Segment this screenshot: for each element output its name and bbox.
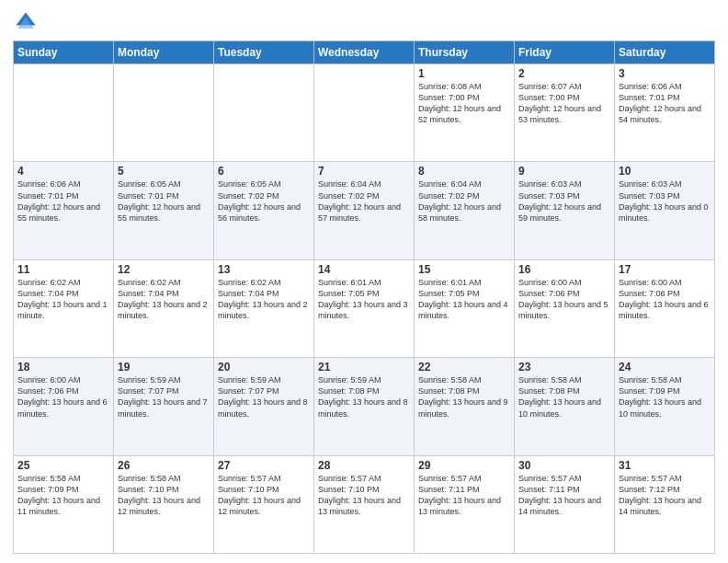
day-cell: 9Sunrise: 6:03 AMSunset: 7:03 PMDaylight… <box>515 162 615 259</box>
day-cell: 31Sunrise: 5:57 AMSunset: 7:12 PMDayligh… <box>615 455 715 553</box>
day-number: 9 <box>518 165 610 178</box>
week-row-3: 11Sunrise: 6:02 AMSunset: 7:04 PMDayligh… <box>14 259 715 357</box>
day-info: Sunrise: 6:03 AMSunset: 7:03 PMDaylight:… <box>619 178 711 224</box>
day-info: Sunrise: 6:01 AMSunset: 7:05 PMDaylight:… <box>318 277 410 322</box>
day-info: Sunrise: 6:00 AMSunset: 7:06 PMDaylight:… <box>17 374 109 419</box>
day-cell: 3Sunrise: 6:06 AMSunset: 7:01 PMDaylight… <box>615 64 715 162</box>
logo-icon <box>13 9 39 35</box>
day-cell: 17Sunrise: 6:00 AMSunset: 7:06 PMDayligh… <box>615 259 715 357</box>
col-header-tuesday: Tuesday <box>214 41 314 64</box>
col-header-monday: Monday <box>114 41 214 64</box>
week-row-5: 25Sunrise: 5:58 AMSunset: 7:09 PMDayligh… <box>14 455 715 553</box>
day-number: 19 <box>118 361 210 373</box>
day-info: Sunrise: 6:05 AMSunset: 7:02 PMDaylight:… <box>218 178 310 224</box>
day-cell: 21Sunrise: 5:59 AMSunset: 7:08 PMDayligh… <box>314 358 415 455</box>
day-cell: 5Sunrise: 6:05 AMSunset: 7:01 PMDaylight… <box>114 162 214 259</box>
day-cell: 11Sunrise: 6:02 AMSunset: 7:04 PMDayligh… <box>14 259 114 357</box>
day-info: Sunrise: 5:59 AMSunset: 7:07 PMDaylight:… <box>218 374 310 419</box>
page: SundayMondayTuesdayWednesdayThursdayFrid… <box>0 0 728 563</box>
day-number: 18 <box>17 361 109 373</box>
day-number: 26 <box>118 459 210 472</box>
header <box>13 9 715 35</box>
day-number: 10 <box>619 165 711 178</box>
day-info: Sunrise: 6:04 AMSunset: 7:02 PMDaylight:… <box>418 178 510 224</box>
day-info: Sunrise: 6:06 AMSunset: 7:01 PMDaylight:… <box>619 81 711 126</box>
day-number: 13 <box>218 263 310 276</box>
day-number: 28 <box>318 459 410 472</box>
week-row-4: 18Sunrise: 6:00 AMSunset: 7:06 PMDayligh… <box>14 358 715 455</box>
day-info: Sunrise: 6:00 AMSunset: 7:06 PMDaylight:… <box>518 277 610 322</box>
day-number: 15 <box>418 263 510 276</box>
day-number: 14 <box>318 263 410 276</box>
day-number: 4 <box>17 165 109 178</box>
day-info: Sunrise: 5:57 AMSunset: 7:11 PMDaylight:… <box>418 473 510 518</box>
day-cell: 29Sunrise: 5:57 AMSunset: 7:11 PMDayligh… <box>415 455 515 553</box>
day-number: 25 <box>17 459 109 472</box>
day-number: 20 <box>218 361 310 373</box>
day-number: 17 <box>619 263 711 276</box>
day-cell <box>14 64 114 162</box>
day-cell: 8Sunrise: 6:04 AMSunset: 7:02 PMDaylight… <box>415 162 515 259</box>
day-cell: 22Sunrise: 5:58 AMSunset: 7:08 PMDayligh… <box>415 358 515 455</box>
day-info: Sunrise: 5:57 AMSunset: 7:11 PMDaylight:… <box>518 473 610 518</box>
day-number: 7 <box>318 165 410 178</box>
day-cell: 2Sunrise: 6:07 AMSunset: 7:00 PMDaylight… <box>515 64 615 162</box>
day-cell: 28Sunrise: 5:57 AMSunset: 7:10 PMDayligh… <box>314 455 415 553</box>
day-cell: 24Sunrise: 5:58 AMSunset: 7:09 PMDayligh… <box>615 358 715 455</box>
day-cell: 6Sunrise: 6:05 AMSunset: 7:02 PMDaylight… <box>214 162 314 259</box>
day-cell: 25Sunrise: 5:58 AMSunset: 7:09 PMDayligh… <box>14 455 114 553</box>
day-number: 5 <box>118 165 210 178</box>
calendar-table: SundayMondayTuesdayWednesdayThursdayFrid… <box>13 40 715 554</box>
day-info: Sunrise: 5:58 AMSunset: 7:10 PMDaylight:… <box>118 473 210 518</box>
day-info: Sunrise: 5:59 AMSunset: 7:08 PMDaylight:… <box>318 374 410 419</box>
day-cell: 23Sunrise: 5:58 AMSunset: 7:08 PMDayligh… <box>515 358 615 455</box>
col-header-thursday: Thursday <box>415 41 515 64</box>
day-cell: 20Sunrise: 5:59 AMSunset: 7:07 PMDayligh… <box>214 358 314 455</box>
day-cell: 16Sunrise: 6:00 AMSunset: 7:06 PMDayligh… <box>515 259 615 357</box>
day-info: Sunrise: 6:03 AMSunset: 7:03 PMDaylight:… <box>518 178 610 224</box>
day-cell: 15Sunrise: 6:01 AMSunset: 7:05 PMDayligh… <box>415 259 515 357</box>
day-cell: 19Sunrise: 5:59 AMSunset: 7:07 PMDayligh… <box>114 358 214 455</box>
col-header-friday: Friday <box>515 41 615 64</box>
day-cell: 26Sunrise: 5:58 AMSunset: 7:10 PMDayligh… <box>114 455 214 553</box>
col-header-saturday: Saturday <box>615 41 715 64</box>
day-cell: 7Sunrise: 6:04 AMSunset: 7:02 PMDaylight… <box>314 162 415 259</box>
day-number: 29 <box>418 459 510 472</box>
day-info: Sunrise: 6:00 AMSunset: 7:06 PMDaylight:… <box>619 277 711 322</box>
day-info: Sunrise: 5:58 AMSunset: 7:08 PMDaylight:… <box>418 374 510 419</box>
day-number: 21 <box>318 361 410 373</box>
day-number: 1 <box>418 67 510 80</box>
day-info: Sunrise: 6:02 AMSunset: 7:04 PMDaylight:… <box>218 277 310 322</box>
day-cell: 27Sunrise: 5:57 AMSunset: 7:10 PMDayligh… <box>214 455 314 553</box>
day-cell: 1Sunrise: 6:08 AMSunset: 7:00 PMDaylight… <box>415 64 515 162</box>
day-number: 31 <box>619 459 711 472</box>
day-cell: 30Sunrise: 5:57 AMSunset: 7:11 PMDayligh… <box>515 455 615 553</box>
day-cell: 10Sunrise: 6:03 AMSunset: 7:03 PMDayligh… <box>615 162 715 259</box>
day-cell: 14Sunrise: 6:01 AMSunset: 7:05 PMDayligh… <box>314 259 415 357</box>
day-info: Sunrise: 5:57 AMSunset: 7:10 PMDaylight:… <box>218 473 310 518</box>
day-cell <box>214 64 314 162</box>
day-info: Sunrise: 6:02 AMSunset: 7:04 PMDaylight:… <box>118 277 210 322</box>
day-info: Sunrise: 6:04 AMSunset: 7:02 PMDaylight:… <box>318 178 410 224</box>
week-row-2: 4Sunrise: 6:06 AMSunset: 7:01 PMDaylight… <box>14 162 715 259</box>
day-number: 3 <box>619 67 711 80</box>
day-cell: 4Sunrise: 6:06 AMSunset: 7:01 PMDaylight… <box>14 162 114 259</box>
day-cell: 18Sunrise: 6:00 AMSunset: 7:06 PMDayligh… <box>14 358 114 455</box>
day-number: 6 <box>218 165 310 178</box>
day-info: Sunrise: 5:57 AMSunset: 7:12 PMDaylight:… <box>619 473 711 518</box>
day-cell: 13Sunrise: 6:02 AMSunset: 7:04 PMDayligh… <box>214 259 314 357</box>
day-info: Sunrise: 5:58 AMSunset: 7:08 PMDaylight:… <box>518 374 610 419</box>
header-row: SundayMondayTuesdayWednesdayThursdayFrid… <box>14 41 715 64</box>
day-info: Sunrise: 5:58 AMSunset: 7:09 PMDaylight:… <box>619 374 711 419</box>
day-info: Sunrise: 5:57 AMSunset: 7:10 PMDaylight:… <box>318 473 410 518</box>
day-number: 24 <box>619 361 711 373</box>
day-info: Sunrise: 6:07 AMSunset: 7:00 PMDaylight:… <box>518 81 610 126</box>
day-info: Sunrise: 6:02 AMSunset: 7:04 PMDaylight:… <box>17 277 109 322</box>
day-number: 11 <box>17 263 109 276</box>
day-info: Sunrise: 6:06 AMSunset: 7:01 PMDaylight:… <box>17 178 109 224</box>
day-info: Sunrise: 6:01 AMSunset: 7:05 PMDaylight:… <box>418 277 510 322</box>
day-number: 8 <box>418 165 510 178</box>
day-number: 27 <box>218 459 310 472</box>
day-info: Sunrise: 5:58 AMSunset: 7:09 PMDaylight:… <box>17 473 109 518</box>
day-cell <box>314 64 415 162</box>
